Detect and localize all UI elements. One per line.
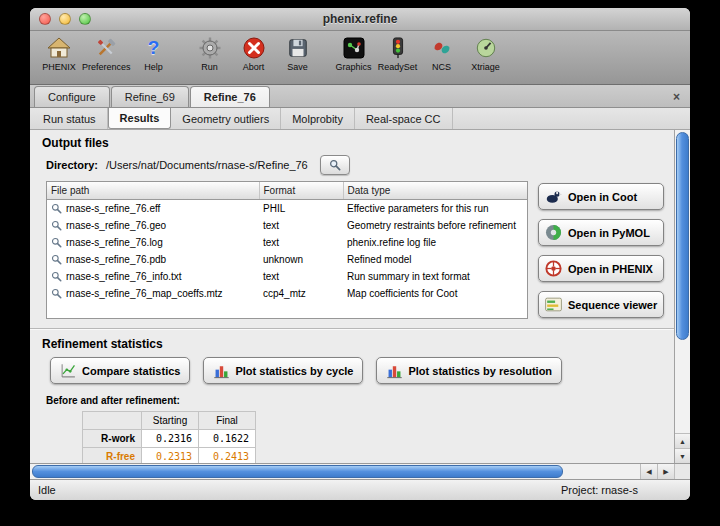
subtab-geometry-outliers[interactable]: Geometry outliers <box>171 108 281 129</box>
stats-value-final: 0.2413 <box>199 448 256 464</box>
toolbar-label: Xtriage <box>471 62 500 72</box>
refinement-stats-table: Starting Final R-work 0.2316 0.1622 R-fr… <box>82 411 256 463</box>
column-header-data-type[interactable]: Data type <box>343 182 527 200</box>
toolbar: PHENIX Preferences ? Help Run Abort <box>30 31 690 85</box>
minimize-window-button[interactable] <box>59 13 71 25</box>
file-path: rnase-s_refine_76_info.txt <box>66 271 182 282</box>
magnifier-icon <box>51 237 62 248</box>
action-button-label: Sequence viewer <box>568 299 657 311</box>
close-tab-icon[interactable]: × <box>667 90 686 104</box>
column-header-file-path[interactable]: File path <box>47 182 259 200</box>
save-icon <box>284 34 311 61</box>
horizontal-scrollbar-thumb[interactable] <box>32 465 563 478</box>
stats-row-label: R-work <box>83 430 142 448</box>
directory-label: Directory: <box>46 159 98 171</box>
open-in-pymol-button[interactable]: Open in PyMOL <box>538 219 664 246</box>
tab-refine-76[interactable]: Refine_76 <box>190 86 270 107</box>
vertical-scrollbar-arrows: ▲ ▼ <box>675 433 690 463</box>
magnifier-icon <box>51 271 62 282</box>
file-format: unknown <box>259 251 343 268</box>
horizontal-scrollbar[interactable]: ◀ ▶ <box>30 463 690 479</box>
toolbar-xtriage-button[interactable]: Xtriage <box>465 34 507 72</box>
action-button-label: Open in PyMOL <box>568 227 650 239</box>
bar-chart-icon <box>386 362 403 379</box>
stats-row-r-free: R-free 0.2313 0.2413 <box>83 448 256 464</box>
scroll-up-icon[interactable]: ▲ <box>675 433 690 448</box>
home-icon <box>46 34 73 61</box>
sub-tab-bar: Run status Results Geometry outliers Mol… <box>30 108 690 130</box>
status-bar: Idle Project: rnase-s <box>30 479 690 500</box>
scroll-right-icon[interactable]: ▶ <box>657 464 674 479</box>
scroll-down-icon[interactable]: ▼ <box>675 448 690 463</box>
file-path: rnase-s_refine_76.geo <box>66 220 166 231</box>
scrollbar-corner <box>674 464 690 479</box>
abort-icon <box>240 34 267 61</box>
sequence-icon <box>544 295 563 314</box>
table-row[interactable]: rnase-s_refine_76.geo text Geometry rest… <box>47 217 527 234</box>
tools-icon <box>93 34 120 61</box>
tab-configure[interactable]: Configure <box>34 86 110 107</box>
subtab-real-space-cc[interactable]: Real-space CC <box>355 108 453 129</box>
vertical-scrollbar[interactable]: ▲ ▼ <box>674 130 690 463</box>
table-row[interactable]: rnase-s_refine_76_map_coeffs.mtz ccp4_mt… <box>47 285 527 302</box>
help-icon: ? <box>140 34 167 61</box>
toolbar-readyset-button[interactable]: ReadySet <box>377 34 419 72</box>
plot-statistics-by-cycle-button[interactable]: Plot statistics by cycle <box>203 357 363 384</box>
magnifier-icon <box>51 203 62 214</box>
gear-icon <box>196 34 223 61</box>
refinement-statistics-heading: Refinement statistics <box>42 337 664 351</box>
file-data-type: Effective parameters for this run <box>343 200 527 218</box>
toolbar-phenix-button[interactable]: PHENIX <box>38 34 80 72</box>
open-in-coot-button[interactable]: Open in Coot <box>538 183 664 210</box>
toolbar-preferences-button[interactable]: Preferences <box>82 34 131 72</box>
ncs-icon <box>428 34 455 61</box>
toolbar-label: Graphics <box>336 62 372 72</box>
toolbar-help-button[interactable]: ? Help <box>133 34 175 72</box>
window-title: phenix.refine <box>30 12 690 26</box>
column-header-format[interactable]: Format <box>259 182 343 200</box>
file-data-type: Run summary in text format <box>343 268 527 285</box>
table-row[interactable]: rnase-s_refine_76.log text phenix.refine… <box>47 234 527 251</box>
vertical-scrollbar-thumb[interactable] <box>676 132 689 340</box>
close-window-button[interactable] <box>39 13 51 25</box>
action-button-label: Open in PHENIX <box>568 263 653 275</box>
toolbar-graphics-button[interactable]: Graphics <box>333 34 375 72</box>
toolbar-label: Abort <box>243 62 265 72</box>
sequence-viewer-button[interactable]: Sequence viewer <box>538 291 664 318</box>
gauge-icon <box>472 34 499 61</box>
table-row[interactable]: rnase-s_refine_76_info.txt text Run summ… <box>47 268 527 285</box>
stats-row-r-work: R-work 0.2316 0.1622 <box>83 430 256 448</box>
browse-directory-button[interactable] <box>320 155 350 175</box>
compare-statistics-button[interactable]: Compare statistics <box>50 357 190 384</box>
toolbar-save-button[interactable]: Save <box>277 34 319 72</box>
table-row[interactable]: rnase-s_refine_76.eff PHIL Effective par… <box>47 200 527 218</box>
file-path: rnase-s_refine_76.pdb <box>66 254 166 265</box>
scroll-left-icon[interactable]: ◀ <box>640 464 657 479</box>
file-data-type: phenix.refine log file <box>343 234 527 251</box>
plot-statistics-by-resolution-button[interactable]: Plot statistics by resolution <box>376 357 562 384</box>
subtab-molprobity[interactable]: Molprobity <box>281 108 355 129</box>
pymol-icon <box>544 223 563 242</box>
open-in-phenix-button[interactable]: Open in PHENIX <box>538 255 664 282</box>
file-path: rnase-s_refine_76.eff <box>66 203 160 214</box>
toolbar-label: NCS <box>432 62 451 72</box>
toolbar-label: PHENIX <box>42 62 76 72</box>
tab-refine-69[interactable]: Refine_69 <box>111 86 189 107</box>
file-data-type: Map coefficients for Coot <box>343 285 527 302</box>
zoom-window-button[interactable] <box>79 13 91 25</box>
toolbar-run-button[interactable]: Run <box>189 34 231 72</box>
toolbar-ncs-button[interactable]: NCS <box>421 34 463 72</box>
toolbar-abort-button[interactable]: Abort <box>233 34 275 72</box>
toolbar-label: ReadySet <box>378 62 418 72</box>
output-files-heading: Output files <box>42 136 664 150</box>
subtab-results[interactable]: Results <box>108 108 172 129</box>
files-area: File path Format Data type rnase-s_refin… <box>46 181 664 319</box>
table-row[interactable]: rnase-s_refine_76.pdb unknown Refined mo… <box>47 251 527 268</box>
project-label: Project: rnase-s <box>561 484 682 496</box>
subtab-run-status[interactable]: Run status <box>32 108 108 129</box>
horizontal-scrollbar-track[interactable] <box>30 464 640 479</box>
directory-value: /Users/nat/Documents/rnase-s/Refine_76 <box>106 159 308 171</box>
file-format: PHIL <box>259 200 343 218</box>
toolbar-label: Save <box>287 62 308 72</box>
stats-header-row: Starting Final <box>83 412 256 430</box>
